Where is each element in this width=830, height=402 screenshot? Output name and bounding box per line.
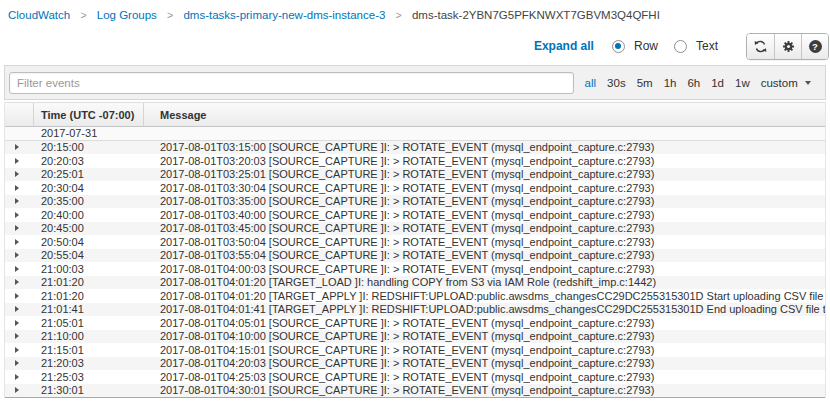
- breadcrumb-log-groups[interactable]: Log Groups: [97, 9, 157, 21]
- row-time: 21:30:01: [34, 384, 144, 396]
- view-mode-row[interactable]: Row: [612, 39, 658, 53]
- range-all[interactable]: all: [585, 77, 597, 89]
- triangle-right-icon: [15, 387, 19, 393]
- toolbar-button-group: ?: [746, 33, 829, 60]
- log-rows: 20:15:00 2017-08-01T03:15:00 [SOURCE_CAP…: [5, 141, 825, 398]
- range-custom[interactable]: custom: [761, 77, 811, 89]
- expand-arrow-cell[interactable]: [5, 374, 34, 380]
- table-row[interactable]: 20:55:04 2017-08-01T03:55:04 [SOURCE_CAP…: [5, 249, 825, 263]
- row-message: 2017-08-01T04:01:41 [TARGET_APPLY ]I: RE…: [144, 303, 825, 315]
- table-row[interactable]: 20:40:00 2017-08-01T03:40:00 [SOURCE_CAP…: [5, 208, 825, 222]
- radio-unselected-icon: [674, 40, 687, 53]
- expand-all-link[interactable]: Expand all: [534, 39, 594, 53]
- breadcrumb-log-stream: dms-task-2YBN7G5PFKNWXT7GBVM3Q4QFHI: [412, 9, 660, 21]
- row-message: 2017-08-01T03:15:00 [SOURCE_CAPTURE ]I: …: [144, 141, 825, 153]
- expand-arrow-cell[interactable]: [5, 360, 34, 366]
- table-row[interactable]: 20:30:04 2017-08-01T03:30:04 [SOURCE_CAP…: [5, 181, 825, 195]
- triangle-right-icon: [15, 239, 19, 245]
- expand-arrow-cell[interactable]: [5, 252, 34, 258]
- expand-arrow-cell[interactable]: [5, 212, 34, 218]
- range-1h[interactable]: 1h: [664, 77, 677, 89]
- table-row[interactable]: 20:20:03 2017-08-01T03:20:03 [SOURCE_CAP…: [5, 154, 825, 168]
- table-row[interactable]: 21:01:20 2017-08-01T04:01:20 [TARGET_LOA…: [5, 276, 825, 290]
- range-custom-label: custom: [761, 77, 798, 89]
- row-time: 20:15:00: [34, 141, 144, 153]
- row-time: 21:25:03: [34, 371, 144, 383]
- filter-events-input[interactable]: [9, 72, 574, 94]
- table-row[interactable]: 20:50:04 2017-08-01T03:50:04 [SOURCE_CAP…: [5, 235, 825, 249]
- triangle-right-icon: [15, 360, 19, 366]
- range-30s[interactable]: 30s: [607, 77, 626, 89]
- table-row[interactable]: 21:25:03 2017-08-01T04:25:03 [SOURCE_CAP…: [5, 370, 825, 384]
- table-row[interactable]: 21:05:01 2017-08-01T04:05:01 [SOURCE_CAP…: [5, 316, 825, 330]
- triangle-right-icon: [15, 306, 19, 312]
- view-mode-text[interactable]: Text: [674, 39, 718, 53]
- row-message: 2017-08-01T03:50:04 [SOURCE_CAPTURE ]I: …: [144, 236, 825, 248]
- filter-bar: all 30s 5m 1h 6h 1d 1w custom: [4, 65, 826, 100]
- expand-arrow-cell[interactable]: [5, 158, 34, 164]
- table-row[interactable]: 21:01:20 2017-08-01T04:01:20 [TARGET_APP…: [5, 289, 825, 303]
- expand-arrow-cell[interactable]: [5, 225, 34, 231]
- date-separator-label: 2017-07-31: [34, 127, 144, 139]
- breadcrumb-cloudwatch[interactable]: CloudWatch: [8, 9, 70, 21]
- expand-arrow-cell[interactable]: [5, 279, 34, 285]
- row-time: 20:45:00: [34, 222, 144, 234]
- table-row[interactable]: 20:35:00 2017-08-01T03:35:00 [SOURCE_CAP…: [5, 195, 825, 209]
- row-time: 20:55:04: [34, 249, 144, 261]
- breadcrumb: CloudWatch > Log Groups > dms-tasks-prim…: [0, 0, 830, 30]
- row-message: 2017-08-01T04:01:20 [TARGET_APPLY ]I: RE…: [144, 290, 825, 302]
- row-message: 2017-08-01T04:10:00 [SOURCE_CAPTURE ]I: …: [144, 330, 825, 342]
- expand-arrow-cell[interactable]: [5, 185, 34, 191]
- table-row[interactable]: 21:00:03 2017-08-01T04:00:03 [SOURCE_CAP…: [5, 262, 825, 276]
- table-row[interactable]: 21:10:00 2017-08-01T04:10:00 [SOURCE_CAP…: [5, 330, 825, 344]
- range-6h[interactable]: 6h: [687, 77, 700, 89]
- expand-arrow-cell[interactable]: [5, 198, 34, 204]
- refresh-button[interactable]: [747, 34, 774, 59]
- help-button[interactable]: ?: [801, 34, 828, 59]
- expand-arrow-cell[interactable]: [5, 293, 34, 299]
- expand-arrow-cell[interactable]: [5, 171, 34, 177]
- range-5m[interactable]: 5m: [637, 77, 653, 89]
- table-row[interactable]: 20:15:00 2017-08-01T03:15:00 [SOURCE_CAP…: [5, 141, 825, 155]
- expand-arrow-cell[interactable]: [5, 320, 34, 326]
- expand-arrow-cell[interactable]: [5, 266, 34, 272]
- breadcrumb-separator: >: [167, 9, 173, 21]
- table-row[interactable]: 20:25:01 2017-08-01T03:25:01 [SOURCE_CAP…: [5, 168, 825, 182]
- expand-arrow-cell[interactable]: [5, 144, 34, 150]
- row-message: 2017-08-01T04:15:01 [SOURCE_CAPTURE ]I: …: [144, 344, 825, 356]
- toolbar: Expand all Row Text: [0, 30, 830, 62]
- row-message: 2017-08-01T03:55:04 [SOURCE_CAPTURE ]I: …: [144, 249, 825, 261]
- table-row[interactable]: 20:45:00 2017-08-01T03:45:00 [SOURCE_CAP…: [5, 222, 825, 236]
- cloudwatch-log-events-page: { "breadcrumb": { "separator": ">", "ite…: [0, 0, 830, 402]
- breadcrumb-log-group[interactable]: dms-tasks-primary-new-dms-instance-3: [183, 9, 385, 21]
- row-message: 2017-08-01T03:25:01 [SOURCE_CAPTURE ]I: …: [144, 168, 825, 180]
- triangle-right-icon: [15, 320, 19, 326]
- triangle-right-icon: [15, 225, 19, 231]
- row-time: 21:05:01: [34, 317, 144, 329]
- table-row[interactable]: 21:15:01 2017-08-01T04:15:01 [SOURCE_CAP…: [5, 343, 825, 357]
- expand-arrow-cell[interactable]: [5, 239, 34, 245]
- row-time: 21:10:00: [34, 330, 144, 342]
- row-message: 2017-08-01T04:05:01 [SOURCE_CAPTURE ]I: …: [144, 317, 825, 329]
- triangle-right-icon: [15, 144, 19, 150]
- expand-arrow-cell[interactable]: [5, 387, 34, 393]
- row-time: 20:40:00: [34, 209, 144, 221]
- range-1d[interactable]: 1d: [711, 77, 724, 89]
- range-1w[interactable]: 1w: [735, 77, 750, 89]
- row-time: 21:20:03: [34, 357, 144, 369]
- triangle-right-icon: [15, 252, 19, 258]
- expand-arrow-cell[interactable]: [5, 347, 34, 353]
- triangle-right-icon: [15, 158, 19, 164]
- triangle-right-icon: [15, 347, 19, 353]
- table-row[interactable]: 21:01:41 2017-08-01T04:01:41 [TARGET_APP…: [5, 303, 825, 317]
- triangle-right-icon: [15, 171, 19, 177]
- row-time: 20:50:04: [34, 236, 144, 248]
- settings-button[interactable]: [774, 34, 801, 59]
- expand-arrow-cell[interactable]: [5, 333, 34, 339]
- table-row[interactable]: 21:20:03 2017-08-01T04:20:03 [SOURCE_CAP…: [5, 357, 825, 371]
- row-time: 20:25:01: [34, 168, 144, 180]
- expand-arrow-cell[interactable]: [5, 306, 34, 312]
- row-message: 2017-08-01T04:30:01 [SOURCE_CAPTURE ]I: …: [144, 384, 825, 396]
- triangle-right-icon: [15, 333, 19, 339]
- table-row[interactable]: 21:30:01 2017-08-01T04:30:01 [SOURCE_CAP…: [5, 384, 825, 398]
